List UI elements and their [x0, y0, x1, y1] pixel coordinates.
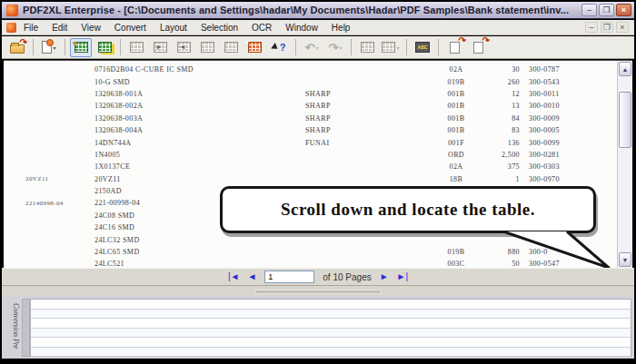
table-row: 1320638-001ASHARP001B12300-0011: [4, 88, 616, 100]
cell-part: 24LC65 SMD: [94, 248, 305, 256]
cell-loc: 001B: [432, 126, 480, 134]
ocr-abc-icon[interactable]: ABC: [412, 38, 433, 57]
toolbar: ↷▾+▸◂*?↶▾↷▾▾ABC↷↷: [2, 36, 634, 59]
undo-icon[interactable]: ↶▾: [301, 38, 323, 57]
scrollbar-thumb[interactable]: [619, 92, 631, 148]
cell-loc: ORD: [432, 151, 480, 159]
cell-part: 1N4005: [94, 151, 305, 159]
vertical-scrollbar[interactable]: ▲ ▼: [617, 61, 632, 268]
cell-code: 300-0099: [520, 139, 589, 147]
cell-qty: 30: [480, 65, 520, 74]
toolbar-separator: [438, 39, 439, 55]
close-button[interactable]: ×: [616, 4, 631, 16]
dropdown-arrow-icon[interactable]: ▾: [315, 44, 318, 51]
menu-item-edit[interactable]: Edit: [52, 23, 67, 33]
preview-row: [31, 329, 631, 339]
toolbar-separator: [351, 39, 352, 55]
cell-code: 300-0303: [520, 162, 589, 171]
cell-margin: 22140998-04: [4, 200, 94, 207]
dropdown-arrow-icon[interactable]: ▾: [53, 44, 55, 51]
table-row: 1320638-003ASHARP001B84300-0009: [4, 113, 616, 124]
menu-item-ocr[interactable]: OCR: [252, 23, 272, 33]
table-row: 10-G SMD019B260300-0543: [4, 75, 616, 87]
window-title: PDF2XL Enterprise - [C:\Documents and Se…: [23, 5, 580, 15]
document-icon: [6, 23, 16, 33]
mdi-close-button[interactable]: ×: [616, 22, 629, 33]
cell-brand: SHARP: [305, 90, 432, 98]
cell-code: 300-0787: [520, 65, 589, 74]
delete-table-icon[interactable]: *: [243, 38, 265, 57]
edit-field-icon[interactable]: [356, 38, 378, 57]
pdf2xl-window: PDF2XL Enterprise - [C:\Documents and Se…: [0, 0, 636, 364]
cell-part: 1320638-004A: [94, 126, 305, 134]
table-next-icon[interactable]: ▸: [149, 38, 171, 57]
table-rows-icon[interactable]: [220, 38, 242, 57]
mdi-minimize-button[interactable]: –: [585, 22, 598, 33]
next-page-icon[interactable]: ►: [380, 272, 389, 281]
conversion-preview-tab[interactable]: Conversion Pre: [2, 296, 20, 359]
cell-loc: 001B: [432, 90, 480, 98]
open-file-icon[interactable]: ↷: [6, 38, 28, 57]
preview-row: [31, 310, 631, 320]
cell-loc: 02A: [432, 65, 480, 74]
table-row: 0716D2B04 C-CUBE IC SMD02A30300-0787: [4, 64, 616, 75]
restore-button[interactable]: ❐: [599, 4, 614, 16]
menu-item-layout[interactable]: Layout: [160, 23, 187, 33]
scroll-down-icon[interactable]: ▼: [619, 252, 631, 267]
cell-code: 300-0281: [520, 151, 589, 159]
scroll-up-icon[interactable]: ▲: [619, 62, 631, 76]
menu-item-help[interactable]: Help: [332, 23, 351, 33]
cell-part: 14DN744A: [94, 139, 305, 147]
new-field-icon[interactable]: ▾: [380, 38, 402, 57]
toolbar-separator: [295, 39, 296, 55]
export-word-icon[interactable]: ↷: [467, 38, 489, 57]
table-merge-icon[interactable]: [196, 38, 218, 57]
cell-qty: 375: [480, 162, 520, 171]
page-setup-icon[interactable]: ▾: [38, 38, 60, 57]
toolbar-separator: [120, 39, 121, 55]
menu-bar: FileEditViewConvertLayoutSelectionOCRWin…: [2, 20, 634, 35]
export-excel-icon[interactable]: ↷: [443, 38, 465, 57]
cell-loc: 019B: [432, 248, 480, 256]
cell-qty: 83: [480, 126, 520, 134]
panel-splitter[interactable]: [2, 286, 634, 296]
cell-part: 1X0137CE: [94, 162, 305, 171]
first-page-icon[interactable]: |◄: [228, 272, 240, 281]
table-row: 1320638-004ASHARP001B83300-0005: [4, 124, 616, 136]
cell-qty: 13: [480, 102, 520, 110]
cell-code: 300-0543: [520, 78, 589, 86]
cell-loc: 18B: [432, 175, 480, 183]
cell-loc: 02A: [432, 162, 480, 171]
previous-page-icon[interactable]: ◄: [247, 272, 256, 281]
document-viewer[interactable]: 0716D2B04 C-CUBE IC SMD02A30300-078710-G…: [4, 60, 632, 268]
cell-part: 24LC32 SMD: [94, 236, 305, 244]
cell-qty: 84: [480, 114, 520, 123]
minimize-button[interactable]: –: [581, 4, 597, 16]
title-bar: PDF2XL Enterprise - [C:\Documents and Se…: [2, 2, 634, 19]
table-grid-icon[interactable]: [125, 38, 147, 57]
add-table-icon[interactable]: +: [70, 38, 92, 57]
table-row: 20VZ1120VZ1118B1300-0970: [4, 173, 616, 185]
table-prev-icon[interactable]: ◂: [173, 38, 194, 57]
help-pointer-icon[interactable]: ?: [267, 38, 291, 57]
cell-loc: 019B: [432, 78, 480, 86]
page-number-input[interactable]: [264, 271, 314, 283]
cell-part: 24LC521: [94, 260, 305, 268]
menu-item-selection[interactable]: Selection: [201, 23, 238, 33]
mdi-restore-button[interactable]: ❐: [601, 22, 613, 33]
menu-item-view[interactable]: View: [81, 23, 101, 33]
cell-loc: 001F: [432, 139, 480, 147]
cell-part: 10-G SMD: [94, 78, 305, 86]
dropdown-arrow-icon[interactable]: ▾: [339, 44, 342, 51]
cell-brand: SHARP: [305, 102, 432, 110]
cell-qty: 136: [480, 139, 520, 147]
cell-qty: 12: [480, 90, 520, 98]
redo-icon[interactable]: ↷▾: [324, 38, 346, 57]
menu-item-file[interactable]: File: [24, 23, 38, 33]
last-page-icon[interactable]: ►|: [397, 272, 409, 281]
dropdown-arrow-icon[interactable]: ▾: [396, 44, 399, 51]
menu-item-window[interactable]: Window: [285, 23, 318, 33]
auto-detect-table-icon[interactable]: [94, 38, 115, 57]
callout-text: Scroll down and locate the table.: [281, 200, 535, 220]
menu-item-convert[interactable]: Convert: [114, 23, 146, 33]
